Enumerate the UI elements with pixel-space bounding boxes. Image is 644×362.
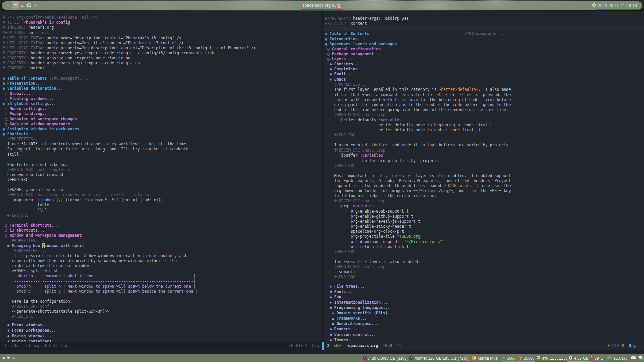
- buffer-line[interactable]: org-enable-github-support t: [325, 214, 511, 219]
- buffer-line[interactable]: #+HTML_HEAD_EXTRA: <meta property="og:de…: [3, 46, 256, 51]
- buffer-line[interactable]: It is possible to indicate to i3 how win…: [3, 253, 256, 258]
- buffer-line[interactable]: ○ Mouse settings...: [3, 106, 256, 111]
- buffer-line[interactable]: ○ Layers...: [325, 57, 511, 62]
- buffer-line[interactable]: #+END_SRC: [325, 163, 511, 168]
- buffer-line[interactable]: support is also enabled through files na…: [325, 183, 511, 188]
- buffer-line[interactable]: right or below the current window.: [3, 263, 256, 268]
- buffer-line[interactable]: #+PROPERTY: header-args :noweb yes :expo…: [3, 51, 256, 56]
- buffer-spacemacs-org-tail[interactable]: ✱ File trees... ✱ Fonts... ✱ Fun... ✱ In…: [325, 284, 395, 343]
- buffer-line[interactable]: I also enabled ~ibuffer~ and made it so …: [325, 143, 511, 148]
- buffer-line[interactable]: [325, 168, 511, 173]
- buffer-line[interactable]: #+PROPERTY: header-args:emacs-lisp :expo…: [3, 61, 256, 66]
- buffer-line[interactable]: ◉ Shortcuts: [3, 132, 256, 137]
- buffer-line[interactable]: #+PROPERTY: header-args: :mkdirp yes: [325, 16, 511, 21]
- buffer-line[interactable]: ✱ Fun...: [325, 294, 395, 300]
- buffer-line[interactable]: #+BEGIN_SRC conf: [3, 304, 256, 309]
- buffer-line[interactable]: table: [3, 203, 256, 208]
- buffer-line[interactable]: #+BEGIN_SRC emacs-lisp :exports none :va…: [3, 192, 256, 197]
- buffer-line[interactable]: #+END_SRC: [325, 275, 511, 280]
- previous-icon[interactable]: [2, 356, 5, 361]
- buffer-i3-org[interactable]: # -*- org-confirm-babel-evaluate: nil -*…: [3, 15, 256, 324]
- buffer-line[interactable]: [325, 254, 511, 259]
- buffer-line[interactable]: ✱ Email...: [325, 72, 511, 77]
- discord-icon[interactable]: [631, 355, 636, 361]
- buffer-line[interactable]: :PROPERTIES:...: [3, 238, 256, 243]
- buffer-line[interactable]: [3, 218, 256, 223]
- buffer-line[interactable]: org-enable-reveal-js-support t: [325, 219, 511, 224]
- buffer-line[interactable]: #+OPTIONS: auto-id:t: [3, 30, 256, 35]
- buffer-line[interactable]: I use *A LOT* of shortcuts when it comes…: [3, 142, 256, 147]
- buffer-line[interactable]: ✿ Frameworks...: [325, 316, 395, 321]
- buffer-line[interactable]: ○ General configuration...: [325, 47, 511, 52]
- buffer-line[interactable]: ✱ Managing how windows will split: [3, 243, 256, 248]
- module-brightness[interactable]: 100%: [517, 354, 535, 362]
- buffer-line[interactable]: :PROPERTIES:...: [325, 82, 511, 87]
- buffer-line[interactable]: better-defaults-move-to-beginning-of-cod…: [325, 123, 511, 128]
- module-wifi-bars[interactable]: Marpa Mila: [471, 354, 498, 362]
- buffer-line[interactable]: ○ Floating windows...: [3, 96, 256, 101]
- buffer-line[interactable]: ✱ Programming languages...: [325, 305, 395, 310]
- buffer-line[interactable]: semantic: [325, 269, 511, 275]
- buffer-line[interactable]: :PROPERTIES:...: [3, 137, 256, 142]
- buffer-line[interactable]: ◉ Assigning windows to workspaces...: [3, 127, 256, 132]
- echo-area[interactable]: [0, 350, 644, 354]
- buffer-line[interactable]: it so that when a command equivalent to …: [325, 92, 511, 97]
- buffer-line[interactable]: <<generate-shortcuts(table=split-win-sh)…: [3, 309, 256, 314]
- buffer-line[interactable]: org-enable-sticky-header t: [325, 224, 511, 229]
- buffer-line[interactable]: org-return-follows-link t): [325, 244, 511, 249]
- buffer-line[interactable]: ◉ Introduction...: [325, 37, 511, 42]
- buffer-line[interactable]: ✱ Focus windows...: [3, 322, 58, 328]
- buffer-line[interactable]: [3, 182, 256, 187]
- buffer-line[interactable]: |-----------+---------+-----------------…: [3, 279, 256, 284]
- buffer-line[interactable]: (better-defaults :variables: [325, 118, 511, 123]
- buffer-line[interactable]: Shortcuts are set like so:: [3, 162, 256, 167]
- buffer-line[interactable]: org-download-image-dir "~/Pictures/org/": [325, 239, 511, 244]
- buffer-line[interactable]: (ibuffer :variables: [325, 153, 511, 158]
- buffer-line[interactable]: #+TITLE: Phundrak’s i3 config: [3, 20, 256, 25]
- buffer-line[interactable]: [3, 294, 256, 299]
- buffer-line[interactable]: #+HTML_HEAD_EXTRA: <meta property="og:ti…: [3, 41, 256, 46]
- buffer-line[interactable]: #+END_SRC: [325, 249, 511, 254]
- buffer-line[interactable]: end of the line before going over the en…: [325, 107, 511, 112]
- buffer-line[interactable]: ✱ Emacs: [325, 77, 511, 82]
- buffer-line[interactable]: better-defaults-move-to-end-of-code-firs…: [325, 128, 511, 133]
- buffer-line[interactable]: ◉ Spacemacs layers and packages...: [325, 42, 511, 47]
- module-battery[interactable]: 96.01%: [606, 354, 628, 362]
- buffer-line[interactable]: ◉ Table of Contents :TOC:noexport:...: [3, 76, 256, 81]
- buffer-line[interactable]: [3, 71, 256, 76]
- buffer-line[interactable]: org-enable-epub-support t: [325, 209, 511, 214]
- buffer-line[interactable]: #+INCLUDE: headers.org: [3, 25, 256, 30]
- buffer-line[interactable]: ✱ Checkers...: [325, 62, 511, 67]
- modeline-active[interactable]: 2 <N> spacemacs.org 10:0 1% LF UTF-8 Org: [322, 342, 644, 350]
- buffer-line[interactable]: ◉ i3 global settings...: [3, 101, 256, 106]
- buffer-line[interactable]: "\n"): [3, 208, 256, 213]
- buffer-line[interactable]: ✿ Domain-specific (DSLs)...: [325, 310, 395, 316]
- buffer-line[interactable]: #+END_SRC: [325, 133, 511, 138]
- buffer-line[interactable]: org-projectile-file "TODOs.org": [325, 234, 511, 239]
- buffer-line[interactable]: still.: [3, 152, 256, 157]
- buffer-line[interactable]: #+BEGIN_SRC emacs-lisp: [325, 112, 511, 117]
- buffer-line[interactable]: #+END_SRC: [3, 177, 256, 182]
- buffer-line[interactable]: ○ Package management...: [325, 52, 511, 57]
- buffer-i3-org-tail[interactable]: ✱ Focus windows... ✱ Focus workspaces...…: [3, 322, 58, 344]
- network-icon[interactable]: [638, 355, 643, 361]
- buffer-line[interactable]: [3, 157, 256, 162]
- buffer-line[interactable]: bindsym shortcut command: [3, 172, 256, 177]
- buffer-line[interactable]: ibuffer-group-buffers-by 'projects): [325, 158, 511, 163]
- buffer-spacemacs-org[interactable]: #+PROPERTY: header-args: :mkdirp yes#+ST…: [325, 16, 511, 285]
- buffer-line[interactable]: | $mod+v | split v | Next window to spaw…: [3, 289, 256, 294]
- buffer-line[interactable]: ✱ Internationalization...: [325, 300, 395, 305]
- buffer-line[interactable]: | $mod+h | split h | Next window to spaw…: [3, 284, 256, 289]
- buffer-line[interactable]: :PROPERTIES:...: [3, 248, 256, 253]
- buffer-line[interactable]: ○ Window and workspace management: [3, 233, 256, 238]
- buffer-line[interactable]: (mapconcat (lambda (x) (format "bindsym …: [3, 198, 256, 203]
- module-cpu[interactable]: 4%: [535, 354, 568, 362]
- buffer-line[interactable]: especially how they are organized by spa…: [3, 258, 256, 263]
- buffer-line[interactable]: ✱ Focus workspaces...: [3, 328, 58, 333]
- buffer-line[interactable]: ✱ Moving windows...: [3, 333, 58, 339]
- buffer-line[interactable]: #+BEGIN_SRC emacs-lisp: [325, 264, 511, 269]
- buffer-line[interactable]: ○ Gaps and window appearance...: [3, 122, 256, 127]
- buffer-line[interactable]: [325, 26, 511, 31]
- buffer-line[interactable]: #+STARTUP: content: [325, 21, 511, 26]
- buffer-line[interactable]: ✱ Version control...: [325, 332, 395, 337]
